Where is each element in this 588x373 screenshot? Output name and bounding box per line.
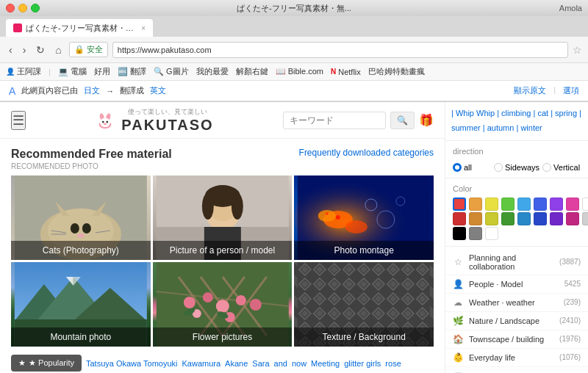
radio-vertical-label: Vertical: [553, 163, 580, 172]
color-swatch-0[interactable]: [453, 198, 466, 211]
logo-container: 使って楽しい、見て楽しい PAKUTASO: [121, 107, 213, 134]
svg-point-24: [201, 193, 213, 220]
color-swatch-18[interactable]: [453, 227, 466, 240]
photo-item-mountain[interactable]: Mountain photo: [11, 262, 151, 347]
bookmark-good[interactable]: 好用: [94, 66, 110, 77]
bookmark-favorites[interactable]: 我的最愛: [196, 66, 229, 77]
color-swatch-12[interactable]: [501, 212, 514, 225]
bookmark-computer[interactable]: 💻 電腦: [58, 66, 87, 77]
menu-button[interactable]: ☰: [11, 111, 26, 130]
tag-meeting[interactable]: Meeting: [311, 359, 340, 368]
home-button[interactable]: ⌂: [52, 43, 64, 57]
sidebar-tag-climbing[interactable]: | climbing: [497, 109, 531, 117]
color-swatch-9[interactable]: [453, 212, 466, 225]
color-swatch-16[interactable]: [566, 212, 579, 225]
color-swatch-1[interactable]: [469, 198, 482, 211]
maximize-window-button[interactable]: [31, 4, 40, 12]
search-input[interactable]: [283, 112, 386, 129]
tag-sara[interactable]: Sara: [252, 359, 269, 368]
color-swatch-14[interactable]: [534, 212, 547, 225]
color-swatch-19[interactable]: [469, 227, 482, 240]
category-it[interactable]: 💻 IT · electronic equipment: [445, 367, 588, 373]
bookmark-images[interactable]: 🔍 G圖片: [154, 66, 189, 77]
sidebar-tag-autumn[interactable]: | autumn: [483, 123, 514, 132]
section-header: Recommended Free material RECOMMENDED PH…: [0, 139, 445, 173]
category-count-weather: (239): [564, 298, 581, 306]
bookmark-jieyan[interactable]: 解顏右鍵: [236, 66, 268, 77]
direction-all[interactable]: all: [453, 163, 491, 172]
tag-tatsuya[interactable]: Tatsuya Okawa Tomoyuki: [86, 359, 178, 368]
tag-and[interactable]: and: [274, 359, 287, 368]
sidebar-tag-winter[interactable]: | winter: [516, 123, 542, 132]
photo-item-cats[interactable]: Cats (Photography): [11, 175, 151, 260]
translate-from-lang[interactable]: 日文: [84, 85, 100, 96]
url-input[interactable]: [112, 42, 568, 58]
tag-kawamura[interactable]: Kawamura: [182, 359, 221, 368]
category-planning[interactable]: ☆ Planning and collaboration (3887): [445, 250, 588, 275]
color-swatch-17[interactable]: [582, 212, 588, 225]
category-nature[interactable]: 🌿 Nature / Landscape (2410): [445, 312, 588, 330]
sidebar-tag-cat[interactable]: | cat: [533, 109, 548, 117]
color-swatch-3[interactable]: [501, 198, 514, 211]
svg-point-51: [202, 292, 212, 303]
close-window-button[interactable]: [6, 4, 15, 12]
tag-rose[interactable]: rose: [385, 359, 401, 368]
translate-to-lang[interactable]: 英文: [150, 85, 166, 96]
color-swatch-11[interactable]: [485, 212, 498, 225]
window-controls[interactable]: [6, 4, 40, 12]
refresh-button[interactable]: ↻: [33, 43, 48, 57]
photo-item-flowers[interactable]: Flower pictures: [153, 262, 293, 347]
translate-page-icon: A: [9, 85, 15, 97]
color-swatch-8[interactable]: [582, 198, 588, 211]
bookmark-bible[interactable]: 📖 Bible.com: [276, 67, 323, 76]
tag-akane[interactable]: Akane: [225, 359, 248, 368]
popularity-button[interactable]: ★ ★ Popularity: [11, 355, 82, 372]
search-button[interactable]: 🔍: [390, 112, 415, 129]
gift-button[interactable]: 🎁: [419, 113, 434, 127]
bookmark-netflix[interactable]: N Netflix: [331, 68, 361, 76]
color-swatch-2[interactable]: [485, 198, 498, 211]
color-swatch-4[interactable]: [517, 198, 531, 211]
color-swatch-7[interactable]: [566, 198, 579, 211]
tab-close-button[interactable]: ×: [141, 24, 146, 32]
show-original-button[interactable]: 顯示原文: [514, 85, 546, 96]
color-swatch-5[interactable]: [534, 198, 547, 211]
forward-button[interactable]: ›: [20, 43, 29, 57]
bookmark-translate[interactable]: 🔤 翻譯: [118, 66, 146, 77]
color-swatch-20[interactable]: [485, 227, 498, 240]
direction-sideways[interactable]: Sideways: [494, 163, 539, 172]
frequently-downloaded-link[interactable]: Frequently downloaded categories: [299, 148, 434, 158]
sidebar-tag-spring[interactable]: | spring: [551, 109, 577, 117]
photo-item-texture[interactable]: Texture / Background: [294, 262, 434, 347]
category-count-everyday: (1076): [559, 353, 581, 361]
bookmark-bahamut[interactable]: 巴哈姆特動畫瘋: [368, 66, 425, 77]
site-header: ☰ 使って楽しい、見て楽しい PAKUTASO 🔍: [0, 102, 445, 139]
planning-icon: ☆: [453, 257, 463, 267]
section-subtitle: RECOMMENDED PHOTO: [11, 162, 172, 170]
bookmark-button[interactable]: ☆: [573, 44, 582, 56]
color-swatch-13[interactable]: [517, 212, 531, 225]
category-weather[interactable]: ☁ Weather · weather (239): [445, 294, 588, 312]
everyday-icon: 👶: [453, 352, 463, 363]
photo-item-montage[interactable]: Photo montage: [294, 175, 434, 260]
category-people[interactable]: 👤 People · Model 5425: [445, 275, 588, 294]
minimize-window-button[interactable]: [18, 4, 27, 12]
radio-sideways-circle: [494, 163, 503, 172]
direction-vertical[interactable]: Vertical: [542, 163, 581, 172]
color-swatch-6[interactable]: [550, 198, 563, 211]
photo-label-person: Picture of a person / model: [153, 241, 293, 260]
svg-point-5: [107, 120, 109, 123]
color-swatch-15[interactable]: [550, 212, 563, 225]
sidebar-tag-whip[interactable]: | Whip Whip: [451, 109, 495, 117]
category-townscape[interactable]: 🏠 Townscape / building (1976): [445, 330, 588, 349]
translate-options-button[interactable]: 選項: [563, 85, 579, 96]
photo-item-person[interactable]: Picture of a person / model: [153, 175, 293, 260]
tag-glitter[interactable]: glitter girls: [344, 359, 381, 368]
color-swatch-10[interactable]: [469, 212, 482, 225]
color-title: Color: [453, 184, 581, 193]
active-tab[interactable]: ぱくたそ-フリー写真素材・無... ×: [6, 19, 153, 37]
tag-now[interactable]: now: [292, 359, 306, 368]
category-everyday[interactable]: 👶 Everyday life (1076): [445, 349, 588, 367]
back-button[interactable]: ‹: [6, 43, 15, 57]
bookmark-wanake[interactable]: 👤 王阿課: [6, 66, 41, 77]
